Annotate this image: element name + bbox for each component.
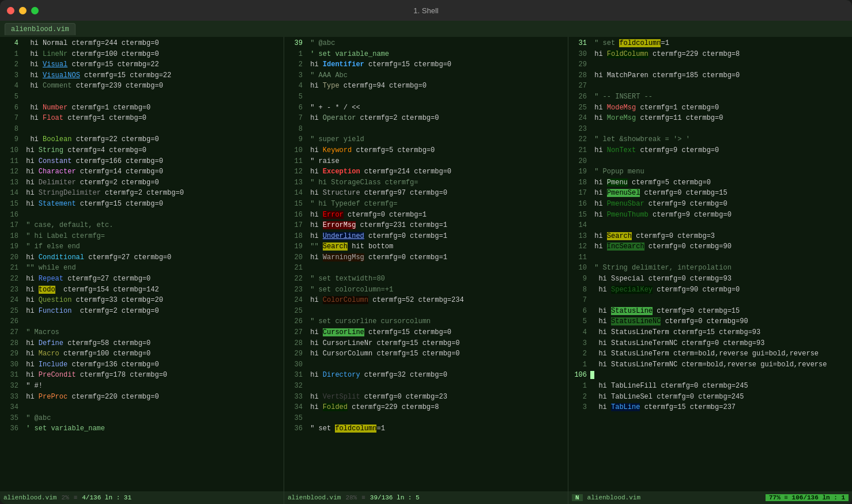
pane-2-statusbar: alienblood.vim 28% ≡ 39/136 ln : 5 <box>284 491 568 504</box>
tab-alienblood[interactable]: alienblood.vim <box>5 23 76 35</box>
traffic-lights <box>7 7 39 14</box>
pane-3-statusbar: N alienblood.vim 77% ≡ 106/136 ln : 1 <box>568 491 852 504</box>
pane-2: 39 " @abc 1 ' set variable_name 2 hi Ide… <box>284 37 568 504</box>
terminal-window: 1. Shell alienblood.vim 4 hi Normal cter… <box>0 0 852 504</box>
pane3-mode: N <box>572 494 583 501</box>
maximize-button[interactable] <box>31 7 39 14</box>
pane3-position: 77% ≡ 106/136 ln : 1 <box>766 494 849 501</box>
pane3-filename: alienblood.vim <box>587 494 640 501</box>
pane-2-content[interactable]: 39 " @abc 1 ' set variable_name 2 hi Ide… <box>284 37 568 491</box>
pane2-filename: alienblood.vim <box>288 494 341 501</box>
titlebar: 1. Shell <box>0 0 852 21</box>
pane-1-content[interactable]: 4 hi Normal ctermfg=244 ctermbg=0 1 hi L… <box>0 37 284 491</box>
window-title: 1. Shell <box>413 6 438 15</box>
pane-1-statusbar: alienblood.vim 2% ≡ 4/136 ln : 31 <box>0 491 284 504</box>
close-button[interactable] <box>7 7 14 14</box>
pane-3: 31 " set foldcolumn=1 30 hi FoldColumn c… <box>568 37 852 504</box>
editor-panes: 4 hi Normal ctermfg=244 ctermbg=0 1 hi L… <box>0 37 852 504</box>
pane-3-content[interactable]: 31 " set foldcolumn=1 30 hi FoldColumn c… <box>568 37 852 491</box>
pane-1: 4 hi Normal ctermfg=244 ctermbg=0 1 hi L… <box>0 37 284 504</box>
minimize-button[interactable] <box>19 7 27 14</box>
tab-bar: alienblood.vim <box>0 21 852 37</box>
pane1-filename: alienblood.vim <box>3 494 56 501</box>
